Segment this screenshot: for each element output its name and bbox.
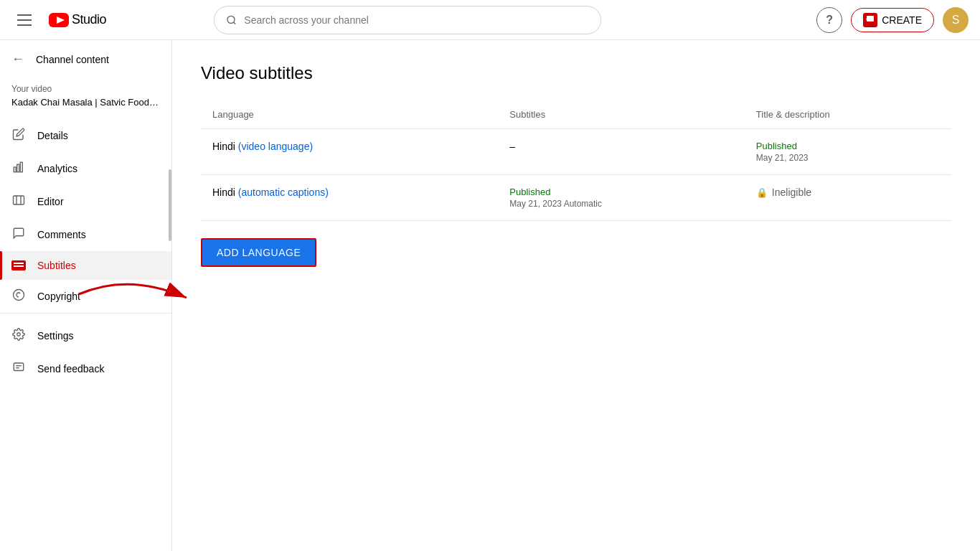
language-link-2[interactable]: (automatic captions)	[238, 187, 329, 198]
col-language: Language	[201, 100, 498, 129]
svg-rect-8	[20, 162, 22, 172]
sidebar-item-editor[interactable]: Editor	[0, 185, 171, 218]
back-to-channel[interactable]: ← Channel content	[0, 40, 171, 78]
sidebar-nav: Details Analytics Edit	[0, 119, 171, 551]
table-row: Hindi (automatic captions) Published May…	[201, 175, 951, 221]
svg-rect-9	[14, 196, 24, 204]
create-button[interactable]: CREATE	[851, 8, 934, 32]
title-status-1: Published	[756, 141, 940, 151]
channel-content-label: Channel content	[36, 54, 109, 65]
send-feedback-icon	[11, 361, 26, 377]
create-icon	[863, 13, 877, 27]
sidebar-item-settings[interactable]: Settings	[0, 319, 171, 352]
ineligible-label: Ineligible	[772, 187, 811, 198]
settings-icon	[11, 328, 26, 344]
video-info: Your video Kadak Chai Masala | Satvic Fo…	[0, 78, 171, 119]
subtitles-icon	[11, 260, 26, 270]
avatar[interactable]: S	[943, 7, 969, 33]
video-title: Kadak Chai Masala | Satvic Foods | ...	[11, 97, 160, 108]
copyright-icon	[11, 288, 26, 304]
logo[interactable]: Studio	[49, 12, 106, 27]
title-date-1: May 21, 2023	[756, 153, 940, 163]
table-row: Hindi (video language) – Published May 2…	[201, 129, 951, 175]
language-plain-1: Hindi	[212, 141, 238, 152]
subtitles-cell-2: Published May 21, 2023 Automatic	[498, 175, 745, 221]
svg-line-3	[234, 22, 236, 24]
analytics-label: Analytics	[37, 163, 77, 174]
sidebar-item-copyright[interactable]: Copyright	[0, 280, 171, 313]
search-icon	[226, 14, 237, 26]
col-title-desc: Title & description	[745, 100, 951, 129]
add-language-section: ADD LANGUAGE	[201, 238, 951, 267]
subtitles-date-2: May 21, 2023 Automatic	[509, 199, 733, 209]
lock-icon: 🔒	[756, 187, 768, 198]
create-label: CREATE	[882, 14, 922, 26]
editor-label: Editor	[37, 196, 64, 207]
language-cell-1: Hindi (video language)	[201, 129, 498, 175]
main-content: Video subtitles Language Subtitles Title…	[172, 40, 980, 551]
sidebar-scrollbar[interactable]	[169, 169, 171, 241]
youtube-logo-icon	[49, 13, 69, 27]
details-icon	[11, 128, 26, 143]
header-right: ? CREATE S	[816, 7, 969, 33]
header-left: Studio	[11, 9, 106, 32]
svg-rect-14	[14, 363, 24, 371]
details-label: Details	[37, 130, 68, 141]
ineligible-cell: 🔒 Ineligible	[756, 187, 940, 198]
col-subtitles: Subtitles	[498, 100, 745, 129]
add-language-button[interactable]: ADD LANGUAGE	[201, 238, 316, 267]
sidebar: ← Channel content Your video Kadak Chai …	[0, 40, 172, 551]
language-link-1[interactable]: (video language)	[238, 141, 313, 152]
sidebar-item-analytics[interactable]: Analytics	[0, 152, 171, 185]
language-plain-2: Hindi	[212, 187, 238, 198]
layout: ← Channel content Your video Kadak Chai …	[0, 0, 980, 551]
sidebar-bottom: Settings Send feedback	[0, 313, 171, 391]
send-feedback-label: Send feedback	[37, 363, 104, 375]
svg-point-12	[14, 290, 24, 301]
language-cell-2: Hindi (automatic captions)	[201, 175, 498, 221]
copyright-label: Copyright	[37, 291, 80, 302]
subtitles-table: Language Subtitles Title & description H…	[201, 100, 951, 221]
your-video-label: Your video	[11, 84, 160, 94]
hamburger-menu[interactable]	[11, 9, 37, 32]
subtitles-cell-1: –	[498, 129, 745, 175]
sidebar-item-comments[interactable]: Comments	[0, 218, 171, 251]
svg-rect-7	[17, 164, 19, 172]
header: Studio ? CREATE S	[0, 0, 980, 40]
back-arrow-icon: ←	[11, 52, 24, 67]
svg-rect-6	[14, 167, 16, 172]
title-cell-1: Published May 21, 2023	[745, 129, 951, 175]
help-button[interactable]: ?	[816, 7, 842, 33]
analytics-icon	[11, 161, 26, 176]
comments-icon	[11, 227, 26, 242]
editor-icon	[11, 194, 26, 209]
sidebar-item-send-feedback[interactable]: Send feedback	[0, 352, 171, 385]
search-input[interactable]	[244, 14, 589, 26]
subtitles-status-2: Published	[509, 187, 733, 197]
page-title: Video subtitles	[201, 63, 951, 83]
subtitles-label: Subtitles	[37, 260, 76, 271]
studio-label: Studio	[72, 12, 106, 27]
search-bar	[214, 6, 601, 34]
sidebar-item-subtitles[interactable]: Subtitles	[0, 251, 171, 280]
title-cell-2: 🔒 Ineligible	[745, 175, 951, 221]
sidebar-item-details[interactable]: Details	[0, 119, 171, 152]
settings-label: Settings	[37, 330, 74, 342]
svg-point-13	[17, 333, 21, 336]
svg-point-2	[227, 16, 235, 23]
comments-label: Comments	[37, 229, 86, 240]
